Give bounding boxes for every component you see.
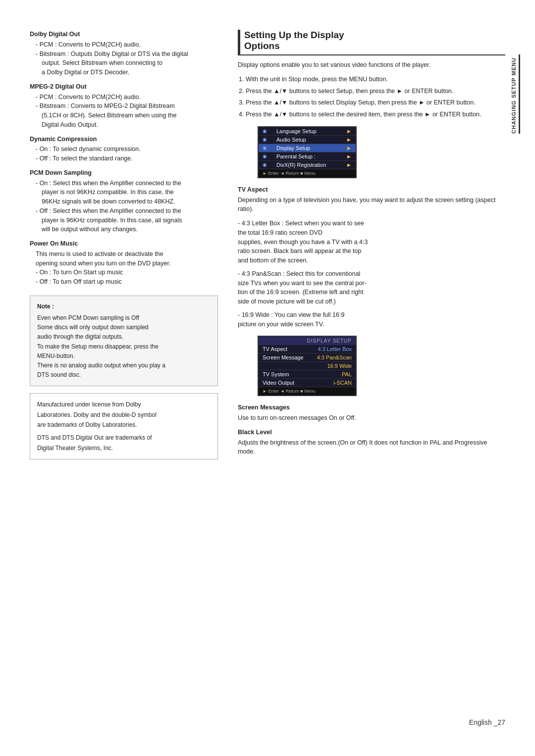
page-number: English _27 [469,718,505,726]
steps-list: With the unit in Stop mode, press the ME… [246,75,505,119]
license-box: Manufactured under license from Dolby La… [30,393,218,459]
ds-val-4: i-SCAN [333,380,352,386]
ds-val-3: PAL [342,371,352,377]
step-2: Press the ▲/▼ buttons to select Setup, t… [246,87,505,96]
mpeg2-item-1: - Bitstream : Converts to MPEG-2 Digital… [30,101,218,111]
ds-label-4: Video Output [263,380,333,386]
note-line-3: To make the Setup menu disappear, press … [37,342,211,352]
screen-label-divx: DivX(R) Registration [276,162,346,168]
license-line-2: are trademarks of Dolby Laboratories. [37,420,211,430]
step-3: Press the ▲/▼ buttons to select Display … [246,98,505,107]
screen-icon-display: ◉ [263,145,276,151]
screen-label-display: Display Setup [276,145,346,151]
dolby-item-1b: output. Select Bitstream when connecting… [30,58,218,68]
dolby-item-1c: a Dolby Digital or DTS Decoder. [30,68,218,77]
screen-row-audio: ◉ Audio Setup ► [259,136,356,144]
note-line-5: There is no analog audio output when you… [37,361,211,370]
section-pcm: PCM Down Sampling - On : Select this whe… [30,168,218,234]
screen-row-parental: ◉ Parental Setup : ► [259,152,356,161]
tv-aspect-item-2: - 16:9 Wide : You can view the full 16:9… [238,310,505,329]
screen-messages-section: Screen Messages Use to turn on-screen me… [238,403,505,423]
side-label: CHANGING SETUP MENU [511,54,520,134]
license-line-1: Laboratories. Dolby and the double-D sym… [37,410,211,420]
ds-row-1: Screen Message 4:3 Pan&Scan [259,353,356,362]
screen-row-display: ◉ Display Setup ► [259,144,356,152]
screen-icon-lang: ◉ [263,128,276,134]
display-footer-text: ► Enter ◄ Return ■ Menu [263,389,316,394]
power-item-1: - On : To turn On Start up music [30,268,218,277]
display-setup-screen-mock: DISPLAY SETUP TV Aspect 4:3 Letter Box S… [258,336,357,396]
note-box: Note : Even when PCM Down sampling is Of… [30,296,218,387]
power-item-0b: opening sound when you turn on the DVD p… [30,259,218,268]
note-line-2: audio through the digital outputs. [37,332,211,342]
ds-label-3: TV System [263,371,342,377]
tv-aspect-item-1: - 4:3 Pan&Scan : Select this for convent… [238,269,505,306]
ds-val-2: 16:9 Wide [327,363,352,369]
tv-aspect-intro: Depending on a type of television you ha… [238,196,505,214]
pcm-item-0c: 96KHz signals will be down converted to … [30,197,218,206]
license-line-5: Digital Theater Systems, Inc. [37,443,211,453]
dolby-item-1: - Bitstream : Outputs Dolby Digital or D… [30,50,218,59]
pcm-item-1b: player is 96KHz compatible. In this case… [30,216,218,225]
mpeg2-item-0: - PCM : Converts to PCM(2CH) audio. [30,93,218,102]
display-screen-footer: ► Enter ◄ Return ■ Menu [259,387,356,395]
mpeg2-label: MPEG-2 Digital Out [30,82,218,92]
section-power-on-music: Power On Music This menu is used to acti… [30,239,218,287]
screen-row-lang: ◉ Language Setup ► [259,127,356,136]
screen-footer: ► Enter ◄ Return ■ Menu [259,169,356,177]
section-heading: Setting Up the Display Options [238,30,505,55]
title-line1: Setting Up the Display [244,30,505,41]
mpeg2-item-1c: Digital Audio Output. [30,120,218,130]
screen-messages-text: Use to turn on-screen messages On or Off… [238,413,505,423]
screen-val-divx: ► [346,162,352,168]
power-item-2: - Off : To turn Off start up music [30,277,218,287]
step-4: Press the ▲/▼ buttons to select the desi… [246,110,505,119]
section-dolby-digital-out: Dolby Digital Out - PCM : Converts to PC… [30,30,218,77]
tv-aspect-item-0: - 4:3 Letter Box : Select when you want … [238,219,505,265]
note-line-0: Even when PCM Down sampling is Off [37,313,211,323]
screen-val-parental: ► [346,153,352,159]
ds-label-0: TV Aspect [263,346,318,352]
tv-aspect-items: - 4:3 Letter Box : Select when you want … [238,219,505,329]
screen-icon-parental: ◉ [263,153,276,159]
tv-aspect-section: TV Aspect Depending on a type of televis… [238,185,505,214]
screen-val-audio: ► [346,137,352,143]
pcm-item-0b: player is not 96KHz compatible. In this … [30,188,218,197]
setup-screen-mock: ◉ Language Setup ► ◉ Audio Setup ► ◉ Dis… [258,126,357,178]
dolby-digital-out-label: Dolby Digital Out [30,30,218,39]
ds-row-0: TV Aspect 4:3 Letter Box [259,345,356,353]
left-column: Dolby Digital Out - PCM : Converts to PC… [30,30,218,704]
dynamic-item-1: - Off : To select the standard range. [30,154,218,163]
black-level-text: Adjusts the brightness of the screen.(On… [238,438,505,457]
note-title: Note : [37,302,211,311]
pcm-item-1: - Off : Select this when the Amplifier c… [30,206,218,216]
main-content: Dolby Digital Out - PCM : Converts to PC… [30,30,505,704]
note-line-4: MENU-button. [37,352,211,361]
note-line-1: Some discs will only output down sampled [37,323,211,332]
note-line-6: DTS sound disc. [37,370,211,380]
section-mpeg2: MPEG-2 Digital Out - PCM : Converts to P… [30,82,218,130]
ds-label-1: Screen Message [263,354,317,360]
section-dynamic: Dynamic Compression - On : To select dyn… [30,135,218,163]
ds-row-2: 16:9 Wide [259,362,356,370]
tv-aspect-label: TV Aspect [238,185,505,195]
dolby-item-0: - PCM : Converts to PCM(2CH) audio. [30,40,218,50]
display-screen-header: DISPLAY SETUP [259,337,356,345]
intro-text: Display options enable you to set variou… [238,60,505,70]
pcm-item-0: - On : Select this when the Amplifier co… [30,179,218,188]
screen-icon-divx: ◉ [263,162,276,167]
screen-row-divx: ◉ DivX(R) Registration ► [259,161,356,169]
ds-val-0: 4:3 Letter Box [318,346,352,352]
mpeg2-item-1b: (5.1CH or 8CH). Select Bitstream when us… [30,111,218,120]
screen-label-lang: Language Setup [276,128,346,134]
screen-label-audio: Audio Setup [276,137,346,143]
screen-messages-label: Screen Messages [238,403,505,412]
page-footer: English _27 [30,704,505,726]
step-1: With the unit in Stop mode, press the ME… [246,75,505,84]
screen-icon-audio: ◉ [263,137,276,142]
pcm-item-1c: will be output without any changes. [30,225,218,234]
power-item-0: This menu is used to activate or deactiv… [30,250,218,259]
screen-label-parental: Parental Setup : [276,153,346,159]
screen-val-lang: ► [346,128,352,134]
ds-row-4: Video Output i-SCAN [259,379,356,387]
